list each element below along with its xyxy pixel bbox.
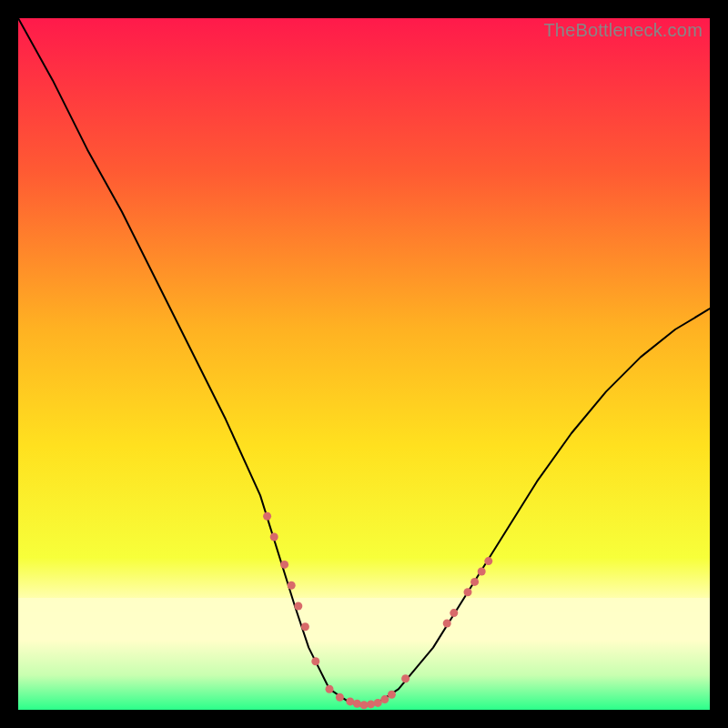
dot	[326, 685, 334, 693]
dot	[464, 588, 472, 596]
dot	[346, 697, 354, 705]
dot	[311, 657, 319, 665]
dot	[470, 578, 479, 586]
dot	[288, 581, 296, 590]
dot	[367, 700, 375, 708]
dot	[301, 622, 309, 631]
dot	[484, 557, 492, 565]
dot	[388, 691, 396, 699]
dot	[280, 561, 288, 569]
watermark-text: TheBottleneck.com	[543, 20, 703, 41]
dot	[443, 620, 451, 628]
dot	[401, 674, 410, 682]
dot	[294, 602, 302, 611]
dot	[263, 512, 271, 521]
dot	[353, 700, 361, 708]
pale-band	[18, 598, 710, 640]
chart-frame: TheBottleneck.com	[18, 18, 710, 710]
dot	[478, 568, 486, 576]
dot	[380, 695, 389, 703]
dot	[450, 609, 458, 617]
chart-svg	[18, 18, 710, 710]
dot	[270, 533, 278, 541]
dot	[336, 693, 344, 702]
dot	[360, 701, 369, 709]
